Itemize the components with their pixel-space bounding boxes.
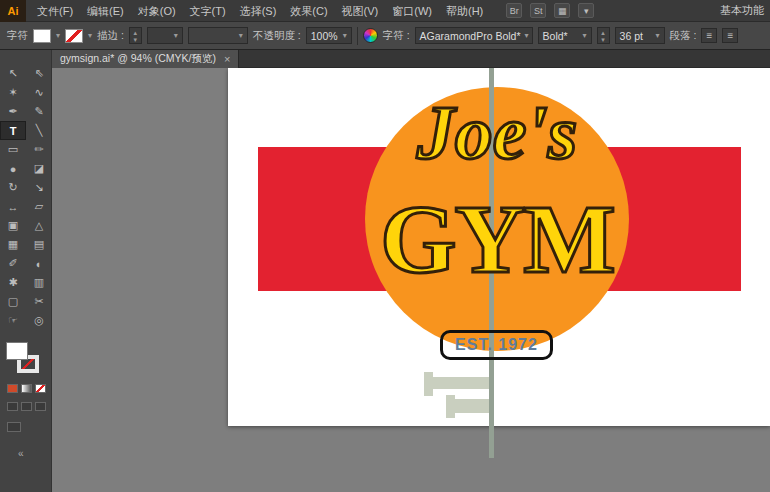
hand-tool[interactable]: ☞ xyxy=(0,311,26,330)
artboard-tool[interactable]: ▢ xyxy=(0,292,26,311)
menubar-right: BrSt▦▾ 基本功能 xyxy=(490,0,770,21)
eraser-tool[interactable]: ◪ xyxy=(26,159,52,178)
menu-bar: Ai 文件(F)编辑(E)对象(O)文字(T)选择(S)效果(C)视图(V)窗口… xyxy=(0,0,770,22)
mesh-tool[interactable]: ▦ xyxy=(0,235,26,254)
stroke-color-swatch[interactable] xyxy=(65,29,83,43)
stepper-up-icon[interactable]: ▴ xyxy=(601,29,605,36)
bridge-icon[interactable]: Br xyxy=(506,3,522,18)
menu-item[interactable]: 对象(O) xyxy=(131,0,183,22)
menu-item[interactable]: 窗口(W) xyxy=(385,0,439,22)
stroke-weight-dropdown[interactable]: ▾ xyxy=(147,27,183,44)
screen-mode-button[interactable] xyxy=(7,422,21,432)
stepper-down-icon[interactable]: ▾ xyxy=(134,36,138,43)
stock-icon[interactable]: St xyxy=(530,3,546,18)
logo-text-gym[interactable]: GYM xyxy=(380,190,614,288)
canvas: Joe's GYM EST. 1972 xyxy=(52,68,770,492)
opacity-dropdown[interactable]: 100%▾ xyxy=(306,27,352,44)
blend-tool[interactable]: ◐ xyxy=(26,254,52,273)
pen-tool[interactable]: ✒ xyxy=(0,102,26,121)
est-text[interactable]: EST. 1972 xyxy=(455,336,538,354)
est-badge[interactable]: EST. 1972 xyxy=(440,330,553,360)
font-family-dropdown[interactable]: AGaramondPro Bold*▾ xyxy=(415,27,533,44)
arrange-documents-icon[interactable]: ▦ xyxy=(554,3,570,18)
direct-selection-tool[interactable]: ⇖ xyxy=(26,64,52,83)
lasso-tool[interactable]: ∿ xyxy=(26,83,52,102)
zoom-tool[interactable]: ◎ xyxy=(26,311,52,330)
color-button[interactable] xyxy=(7,384,18,393)
gradient-button[interactable] xyxy=(21,384,32,393)
decoration-bar-shape[interactable] xyxy=(424,372,433,396)
stroke-caret-icon[interactable]: ▾ xyxy=(88,31,92,40)
align-left-icon[interactable]: ≡ xyxy=(701,28,717,43)
close-tab-icon[interactable]: × xyxy=(224,53,230,65)
scale-tool[interactable]: ↘ xyxy=(26,178,52,197)
tools-grid: ↖⇖✶∿✒✎T╲▭✏●◪↻↘↔▱▣△▦▤✐◐✱▥▢✂☞◎ xyxy=(0,50,51,330)
workspace-caret-icon[interactable]: ▾ xyxy=(578,3,594,18)
fill-indicator-swatch[interactable] xyxy=(6,342,28,360)
pencil-tool[interactable]: ✎ xyxy=(26,102,52,121)
app-logo-icon[interactable]: Ai xyxy=(0,0,26,22)
stroke-weight-stepper[interactable]: ▴▾ xyxy=(129,27,142,44)
chevron-down-icon: ▾ xyxy=(174,31,178,40)
character-label: 字符 xyxy=(7,29,28,43)
menu-item[interactable]: 文字(T) xyxy=(183,0,233,22)
type-tool[interactable]: T xyxy=(0,121,26,140)
decoration-bar-shape[interactable] xyxy=(455,399,493,413)
chevron-down-icon: ▾ xyxy=(343,31,347,40)
stepper-up-icon[interactable]: ▴ xyxy=(134,29,138,36)
brush-definition-dropdown[interactable]: ▾ xyxy=(188,27,248,44)
font-family-value: AGaramondPro Bold* xyxy=(420,30,521,42)
fill-caret-icon[interactable]: ▾ xyxy=(56,31,60,40)
fill-color-swatch[interactable] xyxy=(33,29,51,43)
symbol-sprayer-tool[interactable]: ✱ xyxy=(0,273,26,292)
draw-behind-button[interactable] xyxy=(21,402,32,411)
blob-brush-tool[interactable]: ● xyxy=(0,159,26,178)
illustrator-window: Ai 文件(F)编辑(E)对象(O)文字(T)选择(S)效果(C)视图(V)窗口… xyxy=(0,0,770,492)
document-tab-bar: gymsign.ai* @ 94% (CMYK/预览) × xyxy=(52,50,770,68)
opacity-label: 不透明度 : xyxy=(253,29,301,43)
shape-builder-tool[interactable]: ▣ xyxy=(0,216,26,235)
magic-wand-tool[interactable]: ✶ xyxy=(0,83,26,102)
menu-items: 文件(F)编辑(E)对象(O)文字(T)选择(S)效果(C)视图(V)窗口(W)… xyxy=(30,0,490,21)
none-button[interactable] xyxy=(35,384,46,393)
stroke-label: 描边 : xyxy=(97,29,124,43)
stepper-down-icon[interactable]: ▾ xyxy=(601,36,605,43)
menu-item[interactable]: 视图(V) xyxy=(335,0,386,22)
draw-normal-button[interactable] xyxy=(7,402,18,411)
tools-panel: ↖⇖✶∿✒✎T╲▭✏●◪↻↘↔▱▣△▦▤✐◐✱▥▢✂☞◎ « xyxy=(0,50,52,492)
rotate-tool[interactable]: ↻ xyxy=(0,178,26,197)
recolor-artwork-icon[interactable] xyxy=(363,28,378,43)
eyedropper-tool[interactable]: ✐ xyxy=(0,254,26,273)
decoration-bar-shape[interactable] xyxy=(433,377,490,389)
column-graph-tool[interactable]: ▥ xyxy=(26,273,52,292)
slice-tool[interactable]: ✂ xyxy=(26,292,52,311)
rectangle-tool[interactable]: ▭ xyxy=(0,140,26,159)
opacity-value: 100% xyxy=(311,30,338,42)
document-title: gymsign.ai* @ 94% (CMYK/预览) xyxy=(60,52,216,66)
line-segment-tool[interactable]: ╲ xyxy=(26,121,52,140)
free-transform-tool[interactable]: ▱ xyxy=(26,197,52,216)
font-style-dropdown[interactable]: Bold*▾ xyxy=(538,27,592,44)
draw-inside-button[interactable] xyxy=(35,402,46,411)
control-bar: 字符 ▾ ▾ 描边 : ▴▾ ▾ ▾ 不透明度 : 100%▾ 字符 : AGa… xyxy=(0,22,770,50)
workspace-switcher[interactable]: 基本功能 xyxy=(720,3,764,18)
paintbrush-tool[interactable]: ✏ xyxy=(26,140,52,159)
decoration-bar-shape[interactable] xyxy=(446,395,455,418)
chevron-down-icon: ▾ xyxy=(656,31,660,40)
panel-collapse-icon[interactable]: « xyxy=(18,448,24,459)
menu-item[interactable]: 效果(C) xyxy=(283,0,334,22)
width-tool[interactable]: ↔ xyxy=(0,197,26,216)
font-size-stepper[interactable]: ▴▾ xyxy=(597,27,610,44)
selection-tool[interactable]: ↖ xyxy=(0,64,26,83)
menu-item[interactable]: 编辑(E) xyxy=(80,0,131,22)
gradient-tool[interactable]: ▤ xyxy=(26,235,52,254)
perspective-grid-tool[interactable]: △ xyxy=(26,216,52,235)
menu-item[interactable]: 帮助(H) xyxy=(439,0,490,22)
logo-text-joes[interactable]: Joe's xyxy=(417,94,577,170)
menu-item[interactable]: 文件(F) xyxy=(30,0,80,22)
menu-item[interactable]: 选择(S) xyxy=(233,0,284,22)
document-tab[interactable]: gymsign.ai* @ 94% (CMYK/预览) × xyxy=(52,50,239,68)
character-panel-label: 字符 : xyxy=(383,29,410,43)
font-size-dropdown[interactable]: 36 pt▾ xyxy=(615,27,665,44)
align-center-icon[interactable]: ≡ xyxy=(722,28,738,43)
